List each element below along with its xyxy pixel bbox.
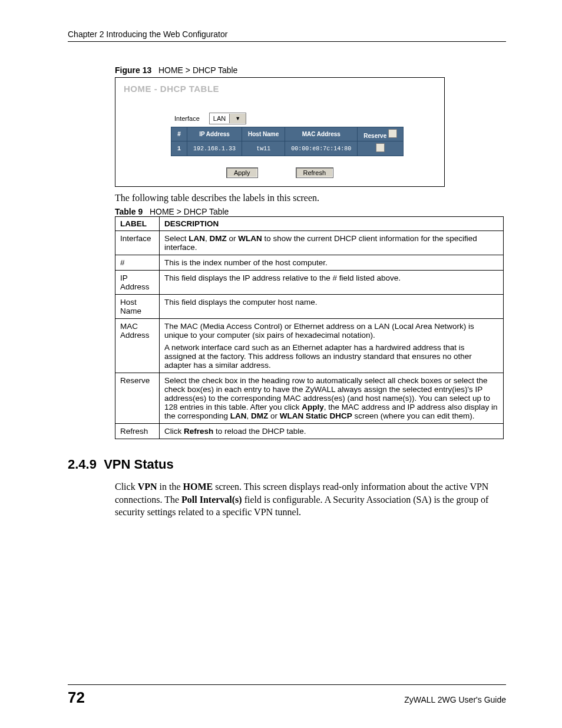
intro-text: The following table describes the labels… (115, 193, 506, 203)
reserve-all-checkbox[interactable] (388, 129, 397, 138)
row-label: Interface (115, 231, 160, 255)
figure-label: Figure 13 (115, 65, 151, 75)
row-desc: This field displays the IP address relat… (159, 271, 503, 295)
row-label: # (115, 255, 160, 271)
screenshot-panel: HOME - DHCP TABLE Interface LAN ▼ # IP A… (115, 77, 445, 187)
row-label: Host Name (115, 295, 160, 319)
cell-ip: 192.168.1.33 (187, 141, 242, 156)
cell-reserve (358, 141, 404, 156)
chapter-header: Chapter 2 Introducing the Web Configurat… (68, 29, 506, 42)
table-header-row: # IP Address Host Name MAC Address Reser… (171, 127, 404, 141)
dropdown-arrow-icon: ▼ (229, 114, 246, 123)
dhcp-table: # IP Address Host Name MAC Address Reser… (171, 127, 404, 156)
section-number: 2.4.9 (68, 457, 97, 472)
figure-title: HOME > DHCP Table (158, 65, 237, 75)
row-desc: Click Refresh to reload the DHCP table. (159, 424, 503, 439)
row-desc: This field displays the computer host na… (159, 295, 503, 319)
table-label: Table 9 (115, 207, 143, 216)
cell-num: 1 (171, 141, 187, 156)
interface-value: LAN (210, 115, 229, 122)
refresh-button[interactable]: Refresh (296, 167, 334, 178)
cell-mac: 00:00:e8:7c:14:80 (285, 141, 358, 156)
section-heading: 2.4.9 VPN Status (68, 457, 506, 472)
screenshot-title: HOME - DHCP TABLE (124, 84, 436, 94)
page-number: 72 (68, 689, 85, 707)
col-ip: IP Address (187, 127, 242, 141)
row-label: IP Address (115, 271, 160, 295)
row-desc: Select the check box in the heading row … (159, 373, 503, 424)
figure-caption: Figure 13 HOME > DHCP Table (115, 65, 506, 75)
col-mac: MAC Address (285, 127, 358, 141)
interface-select[interactable]: LAN ▼ (209, 113, 246, 124)
row-desc: This is the index number of the host com… (159, 255, 503, 271)
col-num: # (171, 127, 187, 141)
reserve-row-checkbox[interactable] (376, 143, 385, 152)
cell-host: tw11 (242, 141, 285, 156)
page-footer: 72 ZyWALL 2WG User's Guide (68, 684, 506, 707)
row-desc: Select LAN, DMZ or WLAN to show the curr… (159, 231, 503, 255)
row-desc: The MAC (Media Access Control) or Ethern… (159, 319, 503, 373)
th-label: LABEL (115, 217, 160, 231)
th-desc: DESCRIPTION (159, 217, 503, 231)
table-caption: Table 9 HOME > DHCP Table (115, 207, 506, 216)
interface-label: Interface (174, 115, 200, 122)
guide-title: ZyWALL 2WG User's Guide (404, 695, 506, 704)
table-title: HOME > DHCP Table (150, 207, 229, 216)
apply-button[interactable]: Apply (226, 167, 258, 178)
row-label: Reserve (115, 373, 160, 424)
col-reserve: Reserve (358, 127, 404, 141)
description-table: LABEL DESCRIPTION Interface Select LAN, … (115, 216, 504, 439)
section-title: VPN Status (104, 457, 174, 472)
col-host: Host Name (242, 127, 285, 141)
row-label: Refresh (115, 424, 160, 439)
table-row: 1 192.168.1.33 tw11 00:00:e8:7c:14:80 (171, 141, 404, 156)
row-label: MAC Address (115, 319, 160, 373)
section-body: Click VPN in the HOME screen. This scree… (115, 480, 506, 519)
